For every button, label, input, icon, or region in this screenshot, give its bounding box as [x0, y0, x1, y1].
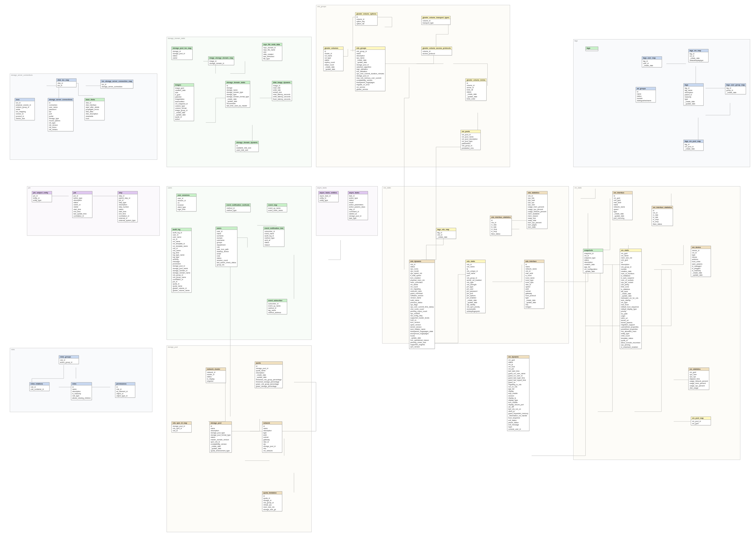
entity-fields: image_idread_ratewrite_rateactual_sizere… [272, 84, 292, 101]
entity-title: async_tasks [348, 191, 368, 194]
entity-title: job_subject_entity [32, 191, 52, 194]
entity-job-subject-entity: job_subject_entityjob_identity_identity_… [32, 191, 52, 202]
entity-fields: idcluster_idvol_namevol_typestatusreplic… [323, 50, 343, 71]
entity-title: event_map [267, 203, 287, 206]
entity-vds-interface-statistics: vds_interface_statisticsidvds_idrx_ratet… [490, 215, 512, 236]
entity-fields: idvm_guidvmt_guidmac_addrnamenetwork_nam… [613, 194, 632, 220]
group-label: async_tasks [317, 187, 327, 189]
entity-fields: subscriber_idevent_nameaudit_log_idmetho… [264, 230, 284, 246]
entity-vm-statistics: vm_statisticsvm_guidcpu_usercpu_syselaps… [689, 367, 709, 390]
entity-async-tasks: async_taskstask_idaction_typestatusresul… [348, 191, 368, 220]
entity-title: event_notification_hist [264, 227, 284, 230]
entity-fields: step_idparent_step_idjob_idstep_typedesc… [118, 194, 137, 222]
entity-network-cluster: network_clusternetwork_idcluster_idstatu… [206, 367, 226, 383]
entity-vds-statistics: vds_statisticsvds_idcpu_idlecpu_loadcpu_… [527, 191, 548, 229]
entity-fields: event_up_nameevent_down_name [267, 206, 287, 212]
entity-luns: lunslun_idphysical_volume_idvolume_group… [15, 98, 35, 120]
entity-fields: tag_idvds_id_create_date [436, 231, 456, 239]
entity-title: storage_server_connections [48, 98, 73, 101]
entity-title: repo_file_meta_data [262, 43, 282, 46]
entity-tags-vds-map: tags_vds_maptag_idvds_id_create_date [436, 228, 456, 239]
entity-title: event_notification_methods [226, 203, 250, 206]
entity-vds-static: vds_staticvds_idvds_nameipvds_unique_idh… [465, 260, 485, 313]
entity-fields: method_idmethod_type [226, 206, 250, 212]
entity-users: usersuser_idnamesurnamedomainusernamegro… [215, 227, 237, 267]
entity-permissions: permissionsidrole_idad_element_idobject_… [115, 382, 135, 398]
entity-title: disk_lun_map [57, 79, 76, 81]
entity-fields: vds_group_idnamedescriptioncpu_name_crea… [355, 50, 385, 91]
entity-quota: quotaidstorage_pool_idquota_namedescript… [255, 361, 283, 388]
entity-title: step [118, 191, 137, 194]
entity-title: roles_relations [30, 382, 49, 385]
entity-fields: task_idaction_typestatusresultaction_par… [348, 194, 368, 220]
entity-title: image_storage_domain_map [208, 57, 234, 60]
diagram-canvas: storage_server_connections job roles sto… [0, 0, 756, 540]
entity-fields: idnamestatusdomaindistinguishedname [636, 90, 656, 102]
entity-event-notification-methods: event_notification_methodsmethod_idmetho… [225, 203, 251, 212]
entity-tags: tagstag_idtag_namedescriptionparent_idre… [684, 83, 703, 106]
entity-fields: image_idstorage_domain_id [208, 60, 234, 65]
entity-base-disks: base_disksdisk_iddisk_interfacewipe_afte… [84, 98, 105, 120]
entity-user-sessions: user_sessionsuser_idsession_idosbrowserc… [177, 194, 196, 211]
entity-fields: disk_iddisk_interfacewipe_after_deletepr… [85, 101, 104, 120]
entity-title: tags [586, 47, 598, 50]
entity-fields: job_idaction_typedescriptionstatusowner_… [72, 194, 92, 217]
entity-fields: idvolume_idoption_keyoption_val [355, 15, 377, 25]
group-label: roles [11, 349, 15, 350]
entity-tags-pointer: tags [585, 47, 598, 51]
entity-fields: idavailable_disk_sizeused_disk_size [235, 144, 258, 152]
entity-fields: role_idrole_container_id [30, 385, 49, 391]
entity-fields: repo_domain_idrepo_file_namesizedate_cre… [262, 46, 282, 61]
entity-tags-vm-pool-map: tags_vm_pool_maptag_idvm_pool_id_create_… [684, 140, 703, 151]
entity-title: vds_interface [525, 260, 544, 263]
entity-fields: network_idcluster_idstatusis_displayrequ… [206, 371, 226, 383]
entity-gluster-volumes: gluster_volumesidcluster_idvol_namevol_t… [323, 47, 343, 71]
entity-title: network [262, 422, 282, 425]
entity-storage-pool-iso-map: storage_pool_iso_mapstorage_idstorage_po… [172, 47, 192, 60]
entity-title: vm_pool_map [691, 417, 711, 420]
entity-gluster-volume-bricks: gluster_volume_bricksidvolume_idserver_i… [465, 78, 486, 101]
group-label: vm_static [574, 187, 582, 189]
entity-title: lun_storage_server_connection_map [101, 80, 133, 83]
entity-image-storage-domain-map: image_storage_domain_mapimage_idstorage_… [208, 56, 234, 65]
entity-title: vm_static [620, 249, 641, 252]
entity-title: tags_vm_pool_map [684, 140, 703, 143]
entity-fields: idnamedescriptionis_readonlyrole_typeall… [71, 385, 92, 400]
entity-fields: lun_idstorage_server_connection [101, 83, 133, 88]
group-label: storage_server_connections [11, 74, 33, 76]
entity-fields: user_idsession_idosbrowserclient_typelog… [177, 197, 196, 211]
entity-async-tasks-entities: async_tasks_entitiesasync_task_identity_… [318, 191, 338, 202]
entity-vds-dynamic: vds_dynamicvds_idstatuscpu_corescpu_mode… [409, 260, 435, 349]
entity-fields: job_identity_identity_type [32, 194, 52, 202]
entity-fields: idnamedescriptionstorage_pool_typestorag… [210, 425, 231, 452]
entity-tags-vm-map: tags_vm_maptag_idvm_id_create_datedefaul… [689, 49, 708, 62]
entity-fields: vm_guidstatusvm_ipvm_hostvm_pidlast_star… [507, 358, 529, 431]
entity-roles: rolesidnamedescriptionis_readonlyrole_ty… [71, 382, 92, 400]
entity-fields: idvm_idrx_ratetx_raterx_droptx_dropiface… [652, 209, 673, 226]
entity-quota-limitation: quota_limitationidquota_idstorage_idvds_… [262, 491, 282, 511]
entity-fields: idvds_idrx_ratetx_raterx_droptx_dropifac… [490, 219, 512, 235]
entity-fields: vm_guidvm_namemem_size_mbvmt_guidosdescr… [620, 252, 641, 349]
entity-fields: snapshot_idvm_idsnapshot_typestatusdescr… [583, 252, 603, 273]
entity-fields: async_task_identity_identity_type [319, 194, 338, 202]
entity-title: async_tasks_entities [319, 191, 338, 194]
entity-roles-relations: roles_relationsrole_idrole_container_id [29, 382, 50, 391]
entity-title: gluster_volume_options [355, 13, 377, 15]
entity-fields: vds_idcpu_idlecpu_loadcpu_syscpu_userusa… [527, 194, 547, 228]
entity-fields: tag_idvm_pool_id_create_date [684, 143, 703, 150]
group-label: users [168, 187, 172, 189]
entity-title: vm_interface_statistics [652, 206, 673, 209]
entity-title: images [174, 83, 194, 86]
entity-job: jobjob_idaction_typedescriptionstatusown… [72, 191, 92, 218]
entity-title: storage_pool [210, 422, 231, 425]
entity-fields: disk_idlun_id [57, 81, 76, 87]
entity-gluster-volume-transport-types: gluster_volume_transport_typesvolume_idt… [421, 16, 450, 25]
entity-images: imagesimage_guidcreation_datesizeit_guid… [174, 83, 194, 121]
entity-vm-pools: vm_poolsvm_pool_idvm_pool_namevm_pool_de… [460, 130, 481, 150]
entity-title: user_sessions [177, 194, 196, 197]
entity-fields: device_idvm_idtypedeviceaddressboot_orde… [691, 249, 711, 277]
entity-vm-dynamic: vm_dynamicvm_guidstatusvm_ipvm_hostvm_pi… [507, 355, 529, 431]
entity-title: job [72, 191, 92, 194]
entity-title: gluster_volume_bricks [466, 79, 486, 81]
entity-fields: tag_iduser_id_create_date [642, 60, 662, 67]
